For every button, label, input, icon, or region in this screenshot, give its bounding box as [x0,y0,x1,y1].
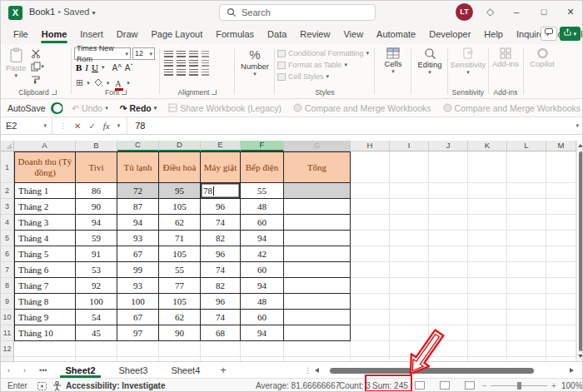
cell-F4[interactable]: 60 [241,215,284,231]
cell-B8[interactable]: 92 [76,278,117,294]
cell-G11[interactable] [284,325,351,341]
cell-M7[interactable] [546,262,576,278]
cell-L4[interactable] [507,215,546,231]
cell-I3[interactable] [390,199,429,215]
cell-A11[interactable]: Tháng 10 [14,325,76,341]
cancel-entry-button[interactable]: ✕ [74,122,81,131]
cell-C2[interactable]: 72 [117,183,159,199]
cell-L7[interactable] [507,262,546,278]
gem-icon[interactable]: ◇ [486,6,494,17]
column-header-H[interactable]: H [351,141,390,151]
column-header-A[interactable]: A [14,141,76,151]
scroll-down-arrow[interactable] [578,355,583,358]
cell-B5[interactable]: 59 [76,231,117,246]
cell-M6[interactable] [546,246,576,262]
alignment-icon[interactable] [164,69,173,76]
cell-K6[interactable] [468,246,507,262]
cell-L11[interactable] [507,325,546,341]
column-header-B[interactable]: B [76,141,117,151]
normal-view-button[interactable] [415,381,425,390]
cell-C10[interactable]: 67 [117,310,159,325]
row-header-2[interactable]: 2 [1,183,14,199]
paste-button[interactable]: Paste ▾ [6,47,26,84]
cell-M1[interactable] [546,151,576,183]
cell-H12[interactable] [351,341,390,357]
compare-merge-button-1[interactable]: Compare and Merge Workbooks [293,103,431,113]
sensitivity-button[interactable]: Sensitivity▾ [449,44,487,76]
cell-J7[interactable] [429,262,468,278]
alignment-icon[interactable] [164,60,173,67]
avatar[interactable]: LT [456,3,473,21]
format-as-table-button[interactable]: Format as Table▾ [277,59,372,71]
cell-D9[interactable]: 105 [159,294,201,310]
editing-button[interactable]: Editing▾ [413,44,446,76]
cell-L1[interactable] [507,151,546,183]
fill-color-icon[interactable] [93,78,103,87]
alignment-icon[interactable] [164,51,173,57]
cell-L5[interactable] [507,231,546,246]
cell-K1[interactable] [468,151,507,183]
status-sum[interactable]: Sum: 245 [372,381,408,390]
font-dialog-launcher[interactable] [122,90,127,95]
cell-F3[interactable]: 48 [241,199,284,215]
cell-G5[interactable] [284,231,351,246]
accessibility-status[interactable]: Accessibility: Investigate [66,381,166,390]
cell-G8[interactable] [284,278,351,294]
cell-G4[interactable] [284,215,351,231]
maximize-button[interactable]: □ [537,6,551,19]
cell-J4[interactable] [429,215,468,231]
cell-E7[interactable]: 74 [201,262,241,278]
menu-tab-view[interactable]: View [337,26,369,42]
menu-tab-data[interactable]: Data [262,26,292,42]
cell-K5[interactable] [468,231,507,246]
cell-G12[interactable] [284,341,351,357]
document-title[interactable]: Book1 • Saved ▾ [29,7,95,17]
cell-D8[interactable]: 77 [159,278,201,294]
cell-J3[interactable] [429,199,468,215]
cell-B9[interactable]: 100 [76,294,117,310]
cell-H11[interactable] [351,325,390,341]
clipboard-dialog-launcher[interactable] [52,90,57,95]
cell-E9[interactable]: 96 [201,294,241,310]
cell-C12[interactable] [117,341,159,357]
alignment-icon[interactable] [189,60,198,67]
cell-L8[interactable] [507,278,546,294]
cell-A9[interactable]: Tháng 8 [14,294,76,310]
insert-function-button[interactable]: fx [103,121,110,131]
font-size-select[interactable]: 12▾ [132,47,155,60]
cell-B12[interactable] [76,341,117,357]
menu-tab-automate[interactable]: Automate [371,26,421,42]
cell-E8[interactable]: 82 [201,278,241,294]
formula-input[interactable]: 78 [127,121,576,131]
cell-E6[interactable]: 96 [201,246,241,262]
addins-button[interactable]: Add-ins [490,44,521,68]
cell-H9[interactable] [351,294,390,310]
column-header-F[interactable]: F [241,141,284,151]
alignment-icon[interactable] [202,60,209,67]
cell-M2[interactable] [546,183,576,199]
zoom-out-button[interactable]: − [482,381,487,390]
redo-button[interactable]: ↷Redo▾ [120,103,157,113]
cell-I11[interactable] [390,325,429,341]
column-header-G[interactable]: G [284,141,351,151]
new-sheet-button[interactable]: + [212,364,235,376]
cell-J2[interactable] [429,183,468,199]
column-header-K[interactable]: K [468,141,507,151]
cell-D1[interactable]: Điều hoà [159,151,201,183]
row-header-6[interactable]: 6 [1,246,14,262]
cell-E12[interactable] [201,341,241,357]
cell-F5[interactable]: 94 [241,231,284,246]
copy-icon[interactable] [31,62,41,72]
menu-tab-developer[interactable]: Developer [423,26,476,42]
cell-D12[interactable] [159,341,201,357]
cell-J10[interactable] [429,310,468,325]
cell-K4[interactable] [468,215,507,231]
cell-C1[interactable]: Tủ lạnh [117,151,159,183]
cell-C7[interactable]: 99 [117,262,159,278]
bold-button[interactable]: B [76,62,82,72]
share-workbook-legacy-button[interactable]: Share Workbook (Legacy) [168,103,282,113]
cell-L10[interactable] [507,310,546,325]
column-header-C[interactable]: C [117,141,159,151]
cell-G3[interactable] [284,199,351,215]
cell-F9[interactable]: 48 [241,294,284,310]
